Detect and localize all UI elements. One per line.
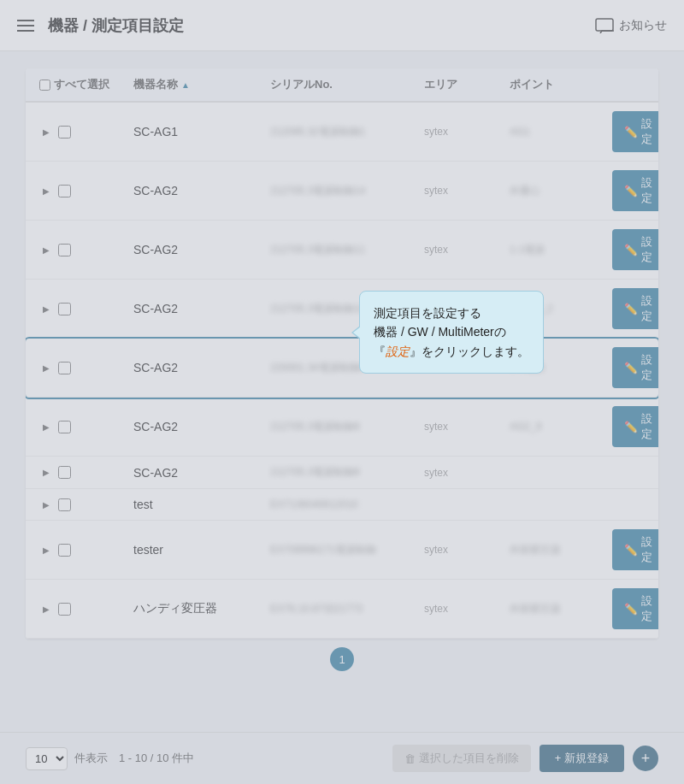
row-name: SC-AG2 [133,243,270,256]
row-action-col: ✏️ 設定 [612,588,658,629]
set-button[interactable]: ✏️ 設定 [612,529,658,570]
row-name: SC-AG2 [133,466,270,480]
edit-icon: ✏️ [624,603,638,616]
set-button[interactable]: ✏️ 設定 [612,170,658,211]
row-area: sytex [424,467,510,479]
row-serial: 212705.3電源制御9 [270,420,424,434]
row-select-col: ▶ [39,184,133,197]
table-row: ▶ SC-AG2 212705.3電源制御9 sytex AG2_9 ✏️ 設定 [26,398,658,457]
per-page-select[interactable]: 10 20 50 [26,747,68,770]
table-container: すべて選択 機器名称 ▲ シリアルNo. エリア ポイント [26,68,658,639]
set-button[interactable]: ✏️ 設定 [612,588,658,629]
row-area: sytex [424,126,510,138]
row-select-col: ▶ [39,498,133,511]
sort-icon: ▲ [181,80,190,90]
tooltip-box: 測定項目を設定する 機器 / GW / MultiMeterの 『設定』をクリッ… [359,291,544,374]
notification-button[interactable]: お知らせ [595,18,667,33]
expand-button[interactable]: ▶ [39,543,53,557]
row-action-col: ✏️ 設定 [612,406,658,447]
row-select-col: ▶ [39,243,133,256]
new-register-button[interactable]: + 新規登録 [540,745,624,772]
page-1-button[interactable]: 1 [330,647,354,671]
row-area: sytex [424,244,510,256]
row-checkbox[interactable] [58,421,71,433]
row-action-col: ✏️ 設定 [612,347,658,388]
edit-icon: ✏️ [624,421,638,433]
expand-button[interactable]: ▶ [39,243,53,256]
row-serial: EX709996171電源制御 [270,543,424,557]
expand-button[interactable]: ▶ [39,420,53,433]
row-action-col: ✏️ 設定 [612,229,658,270]
row-area: sytex [424,185,510,197]
row-checkbox[interactable] [58,185,71,197]
page-title: 機器 / 測定項目設定 [48,15,184,36]
row-name: ハンディ変圧器 [133,601,270,616]
table-row: ▶ SC-AG1 212095.32電源制御1 sytex AG1 ✏️ 設定 [26,103,658,162]
row-name: SC-AG2 [133,184,270,197]
row-area: sytex [424,603,510,615]
edit-icon: ✏️ [624,244,638,256]
row-point: 外部変圧器 [510,602,612,616]
row-name: SC-AG2 [133,420,270,433]
hamburger-icon[interactable] [17,20,34,32]
header: 機器 / 測定項目設定 お知らせ [0,0,684,51]
set-button[interactable]: ✏️ 設定 [612,229,658,270]
edit-icon: ✏️ [624,303,638,315]
expand-button[interactable]: ▶ [39,466,53,480]
tooltip-line3-prefix: 『 [374,345,386,358]
th-point: ポイント [510,77,612,92]
row-checkbox[interactable] [58,303,71,315]
row-checkbox[interactable] [58,498,71,511]
th-select: すべて選択 [39,77,133,92]
row-serial: 212705.3電源制御11 [270,243,424,257]
notification-label: お知らせ [619,18,667,33]
tooltip-highlight: 設定 [386,345,410,358]
row-serial: EX7136040612010 [270,498,424,510]
row-checkbox[interactable] [58,244,71,256]
row-checkbox[interactable] [58,544,71,557]
delete-icon: 🗑 [404,752,416,765]
row-checkbox[interactable] [58,466,71,479]
table-row: ▶ test EX7136040612010 [26,489,658,521]
chat-icon [595,18,614,33]
select-all-checkbox[interactable] [39,80,50,91]
row-action-col: ✏️ 設定 [612,111,658,152]
expand-button[interactable]: ▶ [39,361,53,374]
set-button[interactable]: ✏️ 設定 [612,111,658,152]
table-row: ▶ SC-AG2 212705.3電源制御10 sytex AG2_8_2 ✏️… [26,280,658,339]
edit-icon: ✏️ [624,126,638,139]
row-point: 外部変圧器 [510,543,612,557]
table-body: ▶ SC-AG1 212095.32電源制御1 sytex AG1 ✏️ 設定 … [26,103,658,639]
expand-button[interactable]: ▶ [39,184,53,197]
row-checkbox[interactable] [58,362,71,374]
row-name: tester [133,543,270,557]
expand-button[interactable]: ▶ [39,498,53,511]
header-right: お知らせ [595,18,667,33]
delete-button[interactable]: 🗑 選択した項目を削除 [392,745,531,772]
row-checkbox[interactable] [58,126,71,139]
set-button[interactable]: ✏️ 設定 [612,406,658,447]
set-button[interactable]: ✏️ 設定 [612,288,658,329]
edit-icon: ✏️ [624,544,638,557]
row-point: 1-1電源 [510,243,612,257]
row-name: SC-AG2 [133,302,270,315]
row-serial: EX76.10.87切21773 [270,602,424,616]
row-point: 外重心 [510,184,612,198]
set-button[interactable]: ✏️ 設定 [612,347,658,388]
expand-button[interactable]: ▶ [39,302,53,315]
row-name: test [133,498,270,511]
row-serial: 212095.32電源制御1 [270,125,424,139]
row-select-col: ▶ [39,302,133,315]
row-action-col: ✏️ 設定 [612,170,658,211]
pagination: 1 [26,647,658,671]
row-checkbox[interactable] [58,603,71,616]
table-row: ▶ tester EX709996171電源制御 sytex 外部変圧器 ✏️ … [26,521,658,580]
row-serial: 212705.3電源制御14 [270,184,424,198]
row-select-col: ▶ [39,602,133,616]
table-header: すべて選択 機器名称 ▲ シリアルNo. エリア ポイント [26,68,658,103]
row-serial: 212705.3電源制御8 [270,465,424,480]
expand-button[interactable]: ▶ [39,125,53,139]
expand-button[interactable]: ▶ [39,602,53,616]
plus-button[interactable]: + [633,746,658,771]
table-row: ▶ ハンディ変圧器 EX76.10.87切21773 sytex 外部変圧器 ✏… [26,580,658,639]
